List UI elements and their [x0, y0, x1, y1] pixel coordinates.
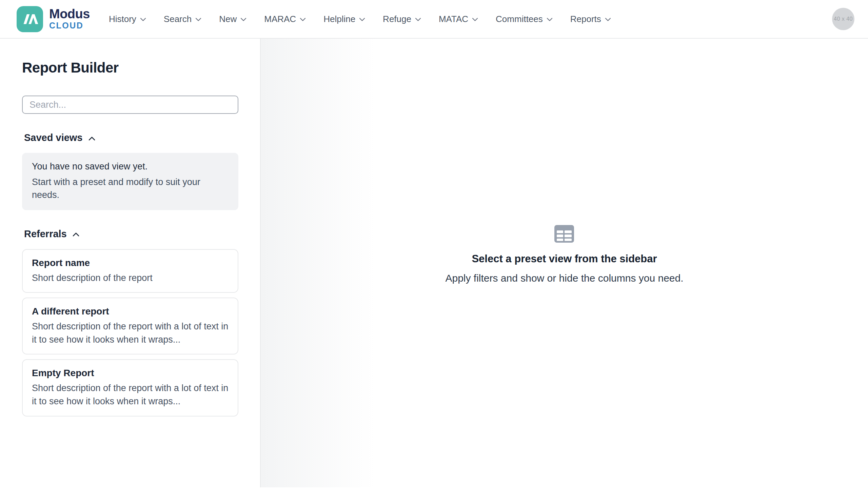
chevron-down-icon — [300, 18, 306, 21]
nav-item-matac[interactable]: MATAC — [439, 14, 478, 24]
top-navbar: Modus CLOUD History Search New MARAC Hel… — [0, 0, 868, 39]
nav-label: Search — [164, 14, 192, 24]
page-title: Report Builder — [22, 60, 238, 76]
chevron-down-icon — [240, 18, 246, 21]
nav-item-history[interactable]: History — [109, 14, 146, 24]
saved-views-empty-title: You have no saved view yet. — [32, 161, 229, 172]
modus-logo-icon — [17, 6, 43, 32]
chevron-down-icon — [547, 18, 553, 21]
chevron-down-icon — [605, 18, 611, 21]
nav-label: Refuge — [383, 14, 411, 24]
nav-item-helpline[interactable]: Helpline — [323, 14, 365, 24]
nav-item-search[interactable]: Search — [164, 14, 201, 24]
logo-sub: CLOUD — [49, 21, 90, 30]
nav-label: Committees — [496, 14, 543, 24]
nav-label: MATAC — [439, 14, 468, 24]
chevron-down-icon — [140, 18, 146, 21]
nav-item-reports[interactable]: Reports — [570, 14, 611, 24]
report-card[interactable]: A different report Short description of … — [22, 298, 238, 354]
report-card-description: Short description of the report — [32, 271, 229, 285]
nav-label: New — [219, 14, 237, 24]
referrals-section-toggle[interactable]: Referrals — [24, 228, 238, 240]
app-logo[interactable]: Modus CLOUD — [17, 6, 90, 32]
chevron-down-icon — [472, 18, 478, 21]
report-card-description: Short description of the report with a l… — [32, 320, 229, 346]
nav-label: History — [109, 14, 136, 24]
nav-item-refuge[interactable]: Refuge — [383, 14, 421, 24]
page-content: Report Builder Saved views You have no s… — [0, 39, 868, 487]
chevron-down-icon — [359, 18, 365, 21]
search-input[interactable] — [22, 96, 238, 114]
avatar[interactable]: 40 x 40 — [832, 8, 854, 30]
chevron-down-icon — [195, 18, 201, 21]
chevron-up-icon — [73, 232, 79, 237]
saved-views-empty-box: You have no saved view yet. Start with a… — [22, 153, 238, 210]
saved-views-label: Saved views — [24, 132, 83, 143]
avatar-placeholder-text: 40 x 40 — [834, 16, 853, 22]
table-icon — [554, 225, 574, 243]
report-preview-area: Select a preset view from the sidebar Ap… — [261, 39, 868, 487]
nav-label: Reports — [570, 14, 601, 24]
logo-brand: Modus — [49, 7, 90, 21]
referrals-report-list: Report name Short description of the rep… — [22, 249, 238, 416]
nav-item-marac[interactable]: MARAC — [264, 14, 306, 24]
report-card[interactable]: Empty Report Short description of the re… — [22, 359, 238, 416]
saved-views-empty-body: Start with a preset and modify to suit y… — [32, 176, 229, 202]
main-empty-state: Select a preset view from the sidebar Ap… — [445, 225, 683, 284]
nav-label: MARAC — [264, 14, 296, 24]
empty-state-subtitle: Apply filters and show or hide the colum… — [445, 272, 683, 284]
nav-item-committees[interactable]: Committees — [496, 14, 553, 24]
chevron-down-icon — [415, 18, 421, 21]
saved-views-section-toggle[interactable]: Saved views — [24, 132, 238, 143]
report-card-title: Report name — [32, 258, 229, 268]
main-nav: History Search New MARAC Helpline Refuge… — [109, 14, 611, 24]
logo-text: Modus CLOUD — [49, 7, 90, 30]
chevron-up-icon — [88, 137, 95, 141]
nav-item-new[interactable]: New — [219, 14, 246, 24]
report-card-description: Short description of the report with a l… — [32, 382, 229, 408]
report-card-title: Empty Report — [32, 368, 229, 379]
referrals-label: Referrals — [24, 228, 67, 240]
empty-state-title: Select a preset view from the sidebar — [445, 253, 683, 265]
logo-glyph-icon — [20, 9, 40, 29]
report-builder-sidebar: Report Builder Saved views You have no s… — [0, 39, 261, 487]
nav-label: Helpline — [323, 14, 355, 24]
report-card[interactable]: Report name Short description of the rep… — [22, 249, 238, 293]
report-card-title: A different report — [32, 306, 229, 317]
